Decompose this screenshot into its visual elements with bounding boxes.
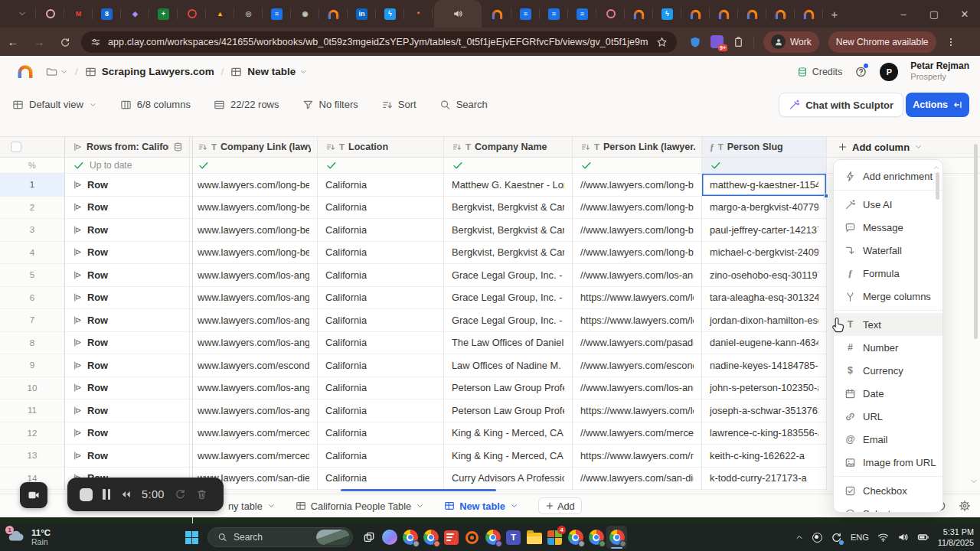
column-header-company-name[interactable]: T Company Name <box>444 137 573 157</box>
cell-location[interactable]: California <box>318 287 444 310</box>
url-text[interactable]: app.clay.com/workspaces/421655/workbooks… <box>108 37 648 47</box>
pause-recording-button[interactable] <box>103 489 110 500</box>
cell-company-name[interactable]: Bergkvist, Bergkvist & Carte... <box>444 219 573 242</box>
row-number[interactable]: 13 <box>0 445 65 468</box>
docs-tab-icon[interactable]: ≡ <box>568 0 596 28</box>
cell-company-link[interactable]: www.lawyers.com/long-bea... <box>190 242 318 265</box>
cell-person-link[interactable]: https://www.lawyers.com/m... <box>573 445 702 468</box>
clay-logo-icon[interactable] <box>17 65 34 78</box>
drive-tab-icon[interactable]: ▲ <box>206 0 234 28</box>
linkedin-tab-icon[interactable]: in <box>348 0 376 28</box>
cell-company-name[interactable]: King & King - Merced, CA L... <box>444 422 573 445</box>
maximize-button[interactable]: ▢ <box>919 8 949 20</box>
cell-company-link[interactable]: www.lawyers.com/los-angel... <box>190 332 318 355</box>
cell-location[interactable]: California <box>318 219 444 242</box>
restart-recording-icon[interactable] <box>175 488 186 500</box>
cell-location[interactable]: California <box>318 445 444 468</box>
sync-tray-icon[interactable] <box>831 530 842 544</box>
cell-person-slug[interactable]: paul-jeffrey-carter-142137-a <box>702 219 827 242</box>
cell-location[interactable]: California <box>318 354 444 377</box>
column-header-company-link[interactable]: T Company Link (lawye <box>190 137 318 157</box>
column-header-rows-from[interactable]: Rows from: Californi <box>65 137 190 157</box>
docs-tab-icon[interactable]: ≡ <box>540 0 568 28</box>
row-number[interactable]: 8 <box>0 332 65 355</box>
clay-tab-icon[interactable] <box>710 0 738 28</box>
row-number[interactable]: 3 <box>0 219 65 242</box>
wifi-icon[interactable] <box>877 531 889 543</box>
cell-person-slug[interactable]: zino-osehobo-esq-3011975... <box>702 264 827 287</box>
teams-icon[interactable]: T <box>503 526 524 549</box>
cell-person-slug[interactable]: k-todd-curry-217173-a <box>702 468 827 491</box>
cell-person-slug[interactable]: jordan-dixon-hamilton-esq-... <box>702 309 827 332</box>
menu-item-add-enrichment[interactable]: Add enrichment <box>834 165 942 187</box>
select-all-checkbox[interactable] <box>11 142 21 152</box>
fill-handle[interactable] <box>824 194 828 198</box>
cell-company-link[interactable]: www.lawyers.com/los-angel... <box>190 287 318 310</box>
cell-person-link[interactable]: //www.lawyers.com/long-b... <box>573 242 702 265</box>
row-cell[interactable]: Row <box>65 242 190 265</box>
row-number[interactable]: 7 <box>0 309 65 332</box>
scroll-down-icon[interactable] <box>969 475 978 487</box>
close-button[interactable]: ✕ <box>949 8 980 20</box>
clipboard-extension-icon[interactable] <box>733 36 744 48</box>
cell-person-slug[interactable]: margo-a-bergkvist-407791... <box>702 197 827 220</box>
clay-tab-icon[interactable] <box>738 0 766 28</box>
cell-person-slug[interactable]: tara-aleagha-esq-30132449... <box>702 287 827 310</box>
chevron-down-icon[interactable] <box>299 66 308 78</box>
cell-company-link[interactable]: www.lawyers.com/los-angel... <box>190 309 318 332</box>
cell-company-link[interactable]: www.lawyers.com/merced/c... <box>190 445 318 468</box>
clay-tab-icon[interactable] <box>795 0 823 28</box>
cell-person-slug[interactable]: nadine-keyes-14184785-a <box>702 354 827 377</box>
cell-person-link[interactable]: //www.lawyers.com/pasade... <box>573 332 702 355</box>
address-bar[interactable]: app.clay.com/workspaces/421655/workbooks… <box>81 31 677 53</box>
row-cell[interactable]: Row <box>65 445 190 468</box>
language-indicator[interactable]: ENG <box>851 533 869 542</box>
stop-recording-button[interactable] <box>80 488 93 501</box>
menu-item-number[interactable]: #Number <box>834 336 942 359</box>
cell-company-name[interactable]: Curry Advisors A Profession... <box>444 468 573 491</box>
file-explorer-icon[interactable] <box>524 526 544 549</box>
cell-location[interactable]: California <box>318 399 444 422</box>
starburst-tab-icon[interactable]: * <box>404 0 433 28</box>
cell-person-link[interactable]: https://www.lawyers.com/lo... <box>573 399 702 422</box>
cell-location[interactable]: California <box>318 377 444 400</box>
record-tab-icon[interactable] <box>36 0 64 28</box>
chrome-active-icon[interactable] <box>606 526 627 549</box>
flash-tab-icon[interactable]: ϟ <box>376 0 404 28</box>
cell-company-link[interactable]: www.lawyers.com/long-bea... <box>190 197 318 220</box>
extension-icon[interactable]: 9+ <box>710 35 724 48</box>
ms-apps-icon[interactable]: 4 <box>544 526 565 549</box>
cell-company-name[interactable]: Grace Legal Group, Inc. - Lo... <box>444 309 573 332</box>
menu-item-email[interactable]: @Email <box>834 428 942 451</box>
recorder-camera-toggle[interactable] <box>20 482 47 508</box>
menu-item-use-ai[interactable]: Use AI <box>834 193 942 216</box>
menu-scrollbar-thumb[interactable] <box>936 172 939 200</box>
cell-location[interactable]: California <box>318 422 444 445</box>
row-number[interactable]: 5 <box>0 264 65 287</box>
cell-person-link[interactable]: //www.lawyers.com/merced... <box>573 422 702 445</box>
cell-company-link[interactable]: www.lawyers.com/long-bea... <box>190 219 318 242</box>
menu-item-url[interactable]: URL <box>834 405 942 428</box>
menu-item-checkbox[interactable]: Checkbox <box>834 479 942 502</box>
sort-button[interactable]: Sort <box>381 99 416 111</box>
reload-button[interactable] <box>52 34 78 48</box>
bitwarden-shield-icon[interactable] <box>689 36 701 48</box>
taskbar-search[interactable]: Search <box>207 527 353 547</box>
cell-location[interactable]: California <box>318 332 444 355</box>
cell-company-link[interactable]: www.lawyers.com/los-angel... <box>190 377 318 400</box>
row-cell[interactable]: Row <box>65 309 190 332</box>
cell-location[interactable]: California <box>318 309 444 332</box>
cell-company-link[interactable]: www.lawyers.com/los-angel... <box>190 264 318 287</box>
cell-company-name[interactable]: Grace Legal Group, Inc. - Lo... <box>444 287 573 310</box>
taskbar-clock[interactable]: 5:31 PM 11/8/2025 <box>938 527 974 548</box>
menu-item-merge-columns[interactable]: Merge columns <box>834 285 942 308</box>
breadcrumb-table[interactable]: New table <box>247 66 296 77</box>
row-cell[interactable]: Row <box>65 422 190 445</box>
active-tab[interactable] <box>434 0 482 28</box>
cell-location[interactable]: California <box>318 264 444 287</box>
docs-tab-icon[interactable]: ≡ <box>511 0 540 28</box>
cell-person-link[interactable]: //www.lawyers.com/san-die... <box>573 468 702 491</box>
cell-company-name[interactable]: King & King - Merced, CA L... <box>444 445 573 468</box>
copilot-icon[interactable] <box>379 526 400 549</box>
row-number[interactable]: 9 <box>0 354 65 377</box>
